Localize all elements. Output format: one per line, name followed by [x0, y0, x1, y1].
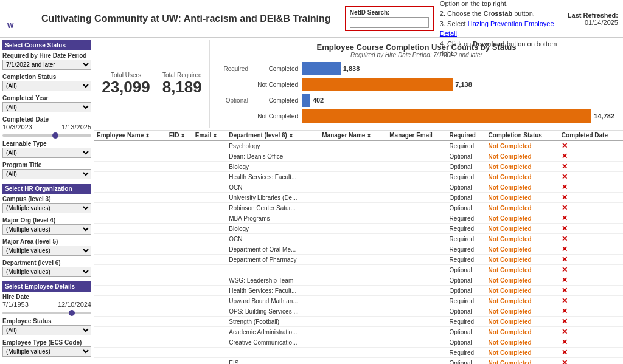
- cell-email: [193, 317, 227, 327]
- col-email[interactable]: Email ⬍: [193, 131, 227, 140]
- cell-manager-email: [387, 337, 447, 348]
- cell-status: Not Completed: [486, 203, 559, 213]
- cell-eid: [167, 275, 193, 286]
- cell-date: ✕: [559, 213, 623, 224]
- main-layout: Select Course Status Required by Hire Da…: [0, 38, 623, 364]
- cell-email: [193, 224, 227, 234]
- completion-status-select[interactable]: (All): [2, 81, 91, 91]
- x-mark-icon: ✕: [562, 297, 568, 305]
- cell-dept: Dean: Dean's Office: [226, 151, 319, 162]
- chart-bar-1: [302, 78, 453, 91]
- cell-email: [193, 358, 227, 365]
- cell-manager-email: [387, 358, 447, 365]
- cell-required: Optional: [447, 358, 486, 365]
- cell-manager: [319, 234, 387, 244]
- required-label: Required by Hire Date Period: [2, 52, 91, 59]
- cell-manager: [319, 348, 387, 358]
- x-mark-icon: ✕: [562, 359, 568, 364]
- required-select[interactable]: 7/1/2022 and later: [2, 60, 91, 70]
- major-org-select[interactable]: (Multiple values): [2, 224, 91, 235]
- cell-email: [193, 162, 227, 172]
- cell-manager: [319, 193, 387, 203]
- table-row: OptionalNot Completed✕: [94, 265, 623, 275]
- completed-date-slider[interactable]: [2, 134, 91, 137]
- cell-required: Required: [447, 140, 486, 151]
- completed-date-label: Completed Date: [2, 116, 91, 123]
- cell-eid: [167, 151, 193, 162]
- cell-dept: MBA Programs: [226, 213, 319, 224]
- x-mark-icon: ✕: [562, 276, 568, 284]
- col-department[interactable]: Department (level 6) ⬍: [226, 131, 319, 140]
- x-mark-icon: ✕: [562, 255, 568, 264]
- cell-name: [94, 203, 167, 213]
- data-table: Employee Name ⬍ EID ⬍ Email ⬍ Department…: [94, 131, 623, 364]
- cell-name: [94, 296, 167, 306]
- employee-type-select[interactable]: (Multiple values): [2, 346, 91, 357]
- total-users-box: Total Users 23,099: [102, 72, 150, 96]
- cell-required: Required: [447, 224, 486, 234]
- cell-eid: [167, 286, 193, 296]
- cell-manager-email: [387, 244, 447, 255]
- cell-manager-email: [387, 286, 447, 296]
- cell-required: Required: [447, 213, 486, 224]
- learnable-type-select[interactable]: (All): [2, 148, 91, 158]
- department-select[interactable]: (Multiple values): [2, 267, 91, 277]
- netid-input[interactable]: [350, 17, 429, 28]
- cell-email: [193, 193, 227, 203]
- cell-dept: Health Services: Facult...: [226, 172, 319, 182]
- cell-eid: [167, 234, 193, 244]
- cell-manager-email: [387, 140, 447, 151]
- major-area-label: Major Area (level 5): [2, 238, 91, 245]
- table-row: Creative Communicatio...OptionalNot Comp…: [94, 337, 623, 348]
- cell-name: [94, 162, 167, 172]
- cell-eid: [167, 203, 193, 213]
- x-mark-icon: ✕: [562, 245, 568, 253]
- completed-year-select[interactable]: (All): [2, 102, 91, 112]
- table-row: OPS: Building Services ...OptionalNot Co…: [94, 306, 623, 317]
- export-step-2: 2. Choose the Crosstab button.: [440, 9, 562, 19]
- content-area: Total Users 23,099 Total Required 8,189 …: [94, 38, 623, 364]
- program-title-label: Program Title: [2, 162, 91, 168]
- cell-manager: [319, 244, 387, 255]
- cell-date: ✕: [559, 296, 623, 306]
- cell-dept: OPS: Building Services ...: [226, 306, 319, 317]
- cell-eid: [167, 193, 193, 203]
- svg-text:W: W: [7, 22, 14, 29]
- employee-status-select[interactable]: (All): [2, 325, 91, 335]
- hire-date-slider[interactable]: [2, 312, 91, 314]
- cell-email: [193, 140, 227, 151]
- cell-email: [193, 265, 227, 275]
- cell-date: ✕: [559, 182, 623, 193]
- cell-name: [94, 286, 167, 296]
- cell-manager: [319, 203, 387, 213]
- cell-manager: [319, 151, 387, 162]
- cell-manager-email: [387, 296, 447, 306]
- cell-dept: OCN: [226, 182, 319, 193]
- campus-select[interactable]: (Multiple values): [2, 203, 91, 213]
- cell-required: Required: [447, 348, 486, 358]
- x-mark-icon: ✕: [562, 348, 568, 357]
- col-eid[interactable]: EID ⬍: [167, 131, 193, 140]
- chart-sublabel-2: Completed: [252, 97, 302, 104]
- col-employee-name[interactable]: Employee Name ⬍: [94, 131, 167, 140]
- cell-manager-email: [387, 306, 447, 317]
- program-title-select[interactable]: (All): [2, 169, 91, 179]
- cell-name: [94, 234, 167, 244]
- stats-inner: Total Users 23,099 Total Required 8,189: [102, 72, 202, 96]
- cell-required: Optional: [447, 203, 486, 213]
- chart-bar-3: [302, 109, 591, 123]
- cell-status: Not Completed: [486, 193, 559, 203]
- chart-bar-label-1: 7,138: [455, 81, 472, 88]
- cell-required: Required: [447, 255, 486, 265]
- col-manager-name[interactable]: Manager Name ⬍: [319, 131, 387, 140]
- x-mark-icon: ✕: [562, 214, 568, 222]
- chart-title: Employee Course Completion User Counts b…: [218, 43, 614, 52]
- cell-manager: [319, 265, 387, 275]
- completed-date-max: 1/13/2025: [61, 123, 91, 131]
- chart-bar-0: [302, 62, 341, 75]
- major-area-select[interactable]: (Multiple values): [2, 246, 91, 256]
- cell-manager: [319, 172, 387, 182]
- cell-manager: [319, 327, 387, 337]
- cell-eid: [167, 317, 193, 327]
- cell-dept: OCN: [226, 234, 319, 244]
